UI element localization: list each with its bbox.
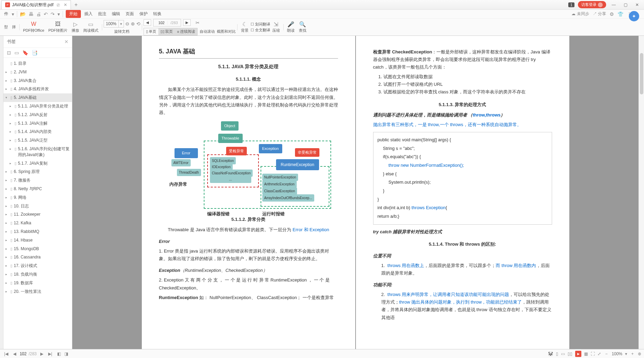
- menu-file[interactable]: 件: [2, 10, 10, 18]
- restore-icon[interactable]: ⎚: [57, 2, 60, 8]
- new-tab-button[interactable]: +: [74, 2, 77, 8]
- menu-edit[interactable]: 编辑: [110, 10, 122, 18]
- tree-arrow-icon[interactable]: ▸: [6, 169, 9, 174]
- tree-arrow-icon[interactable]: ▾: [6, 95, 9, 100]
- bookmark-icon[interactable]: 📑: [32, 50, 38, 55]
- zoom-out-status[interactable]: −: [604, 351, 609, 356]
- tool-type[interactable]: 型: [2, 24, 10, 30]
- bookmark-item-13[interactable]: ▸▯7. 微服务: [3, 176, 72, 185]
- document-tab[interactable]: P JAVA核心知识整理.pdf ⎚ ✕: [1, 0, 71, 9]
- dropdown-icon[interactable]: ▾: [12, 11, 14, 17]
- bookmark-item-17[interactable]: ▸▯11. Zookeeper: [3, 210, 72, 219]
- tree-arrow-icon[interactable]: ▸: [6, 195, 9, 200]
- page-next-button[interactable]: ▶: [183, 19, 191, 26]
- print-icon[interactable]: 🖶: [29, 11, 33, 17]
- zoom-dd-status[interactable]: ▾: [625, 351, 627, 356]
- panda-icon[interactable]: 🐼: [548, 351, 553, 356]
- tool-bg[interactable]: ☾背景: [239, 21, 251, 33]
- tree-arrow-icon[interactable]: ▸: [10, 129, 13, 134]
- grid-icon[interactable]: ▦: [584, 351, 588, 356]
- menu-protect[interactable]: 保护: [137, 10, 150, 18]
- next-page-button[interactable]: ▶: [39, 351, 45, 356]
- menu-insert[interactable]: 插入: [82, 10, 95, 18]
- tree-arrow-icon[interactable]: ▸: [6, 177, 9, 183]
- bookmark-item-6[interactable]: ▸▯5.1.2. JAVA反射: [3, 111, 72, 119]
- menu-start[interactable]: 开始: [66, 10, 81, 18]
- close-window-button[interactable]: ✕: [633, 2, 641, 7]
- tree-arrow-icon[interactable]: ▸: [10, 161, 13, 166]
- page-input[interactable]: 102/283: [153, 19, 181, 27]
- expand-status-icon[interactable]: ⊕: [638, 351, 641, 356]
- menu-convert[interactable]: 转换: [151, 10, 163, 18]
- document-area[interactable]: 5. JAVA 基础 5.1.1. JAVA 异常分类及处理 5.1.1.1. …: [72, 36, 638, 349]
- share-button[interactable]: ↗ 分享: [593, 11, 606, 17]
- view1-icon[interactable]: ▯: [556, 351, 558, 356]
- zoom-select[interactable]: 100%▾: [104, 20, 124, 28]
- autoscroll-label[interactable]: 自动滚动: [200, 29, 215, 34]
- bookmark-item-3[interactable]: ▸▯4. JAVA多线程并发: [3, 85, 72, 93]
- status-page-current[interactable]: 102: [20, 351, 27, 356]
- bookmark-item-11[interactable]: ▸▯5.1.7. JAVA复制: [3, 159, 72, 168]
- tree-arrow-icon[interactable]: ▸: [6, 69, 9, 74]
- zoom-out-icon[interactable]: ⊖: [125, 21, 129, 27]
- page-prev-button[interactable]: ◀: [144, 19, 151, 26]
- tool-pdf2img[interactable]: 🖼PDF转图片: [46, 21, 70, 33]
- dock-right-icon[interactable]: ◨: [64, 351, 68, 356]
- bookmark-item-9[interactable]: ▸▯5.1.5. JAVA泛型: [3, 136, 72, 145]
- bookmark-item-5[interactable]: ▸▯5.1.1. JAVA异常分类及处理: [3, 102, 72, 111]
- redo-icon[interactable]: ↷: [51, 11, 55, 17]
- tree-arrow-icon[interactable]: ▸: [6, 86, 9, 91]
- bookmark-item-25[interactable]: ▸▯19. 数据库: [3, 279, 72, 287]
- tool-compress[interactable]: ⇲压缩: [270, 21, 282, 33]
- print2-icon[interactable]: 🖨: [36, 11, 41, 17]
- tool-play[interactable]: ▷播放: [70, 21, 81, 33]
- prev-page-button[interactable]: ◀: [12, 351, 18, 356]
- fullscreen-icon[interactable]: ⤢: [598, 351, 601, 356]
- right-scrollbar[interactable]: [638, 36, 644, 349]
- tool-pdf2office[interactable]: WPDF转Office: [21, 21, 46, 33]
- bookmark-item-24[interactable]: ▸▯18. 负载均衡: [3, 270, 72, 279]
- undo-icon[interactable]: ↶: [44, 11, 48, 17]
- menu-page[interactable]: 页面: [124, 10, 136, 18]
- view-continuous[interactable]: ≡ 连续阅读: [175, 28, 197, 35]
- first-page-button[interactable]: |◀: [3, 351, 10, 356]
- play-status-icon[interactable]: ▶: [575, 351, 581, 357]
- bookmark-item-23[interactable]: ▸▯17. 设计模式: [3, 262, 72, 270]
- bookmark-item-15[interactable]: ▸▯9. 网络: [3, 193, 72, 202]
- bookmark-item-16[interactable]: ▸▯10. 日志: [3, 202, 72, 211]
- tool-find[interactable]: 🔍查找: [297, 21, 308, 33]
- bookmark-item-14[interactable]: ▸▯8. Netty 与RPC: [3, 185, 72, 193]
- tab-close-icon[interactable]: ✕: [64, 2, 67, 7]
- collapse-all-icon[interactable]: ▭: [14, 50, 19, 55]
- bookmark-item-19[interactable]: ▸▯13. RabbitMQ: [3, 227, 72, 236]
- tree-arrow-icon[interactable]: ▸: [10, 103, 13, 109]
- bookmark-item-20[interactable]: ▸▯14. Hbase: [3, 236, 72, 245]
- maximize-button[interactable]: ▢: [621, 2, 630, 7]
- tree-arrow-icon[interactable]: [6, 61, 9, 61]
- bookmark-item-21[interactable]: ▸▯15. MongoDB: [3, 245, 72, 253]
- tree-arrow-icon[interactable]: ▸: [6, 220, 9, 225]
- settings-icon[interactable]: ⚙: [610, 11, 614, 17]
- tool-read[interactable]: 🎤朗读: [285, 21, 297, 33]
- tree-arrow-icon[interactable]: ▸: [6, 229, 9, 234]
- menu-annotate[interactable]: 批注: [96, 10, 108, 18]
- redo-dd-icon[interactable]: ▾: [57, 11, 60, 17]
- open-icon[interactable]: 📂: [20, 11, 26, 17]
- rotate-icon[interactable]: ⟲: [136, 21, 140, 27]
- bookmark-item-8[interactable]: ▸▯5.1.4. JAVA内部类: [3, 127, 72, 136]
- bookmark-item-0[interactable]: ▯1. 目录: [3, 59, 72, 68]
- bookmark-item-26[interactable]: ▸▯20. 一致性算法: [3, 287, 72, 296]
- tree-arrow-icon[interactable]: ▸: [6, 203, 9, 208]
- bookmark-item-7[interactable]: ▸▯5.1.3. JAVA注解: [3, 119, 72, 128]
- tree-arrow-icon[interactable]: ▸: [6, 78, 9, 83]
- tree-arrow-icon[interactable]: ▸: [6, 289, 9, 294]
- bookmark-item-10[interactable]: ▸▯5.1.6. JAVA序列化(创建可复用的Java对象): [3, 145, 72, 159]
- tree-arrow-icon[interactable]: ▸: [6, 237, 9, 243]
- tree-arrow-icon[interactable]: ▸: [10, 121, 13, 126]
- bookmark-item-12[interactable]: ▸▯6. Spring 原理: [3, 167, 72, 176]
- last-page-button[interactable]: ▶|: [47, 351, 54, 356]
- add-bookmark-icon[interactable]: 🔖: [22, 50, 28, 55]
- bookmark-item-22[interactable]: ▸▯16. Cassandra: [3, 253, 72, 262]
- expand-all-icon[interactable]: ⊡: [7, 50, 11, 55]
- tree-arrow-icon[interactable]: ▸: [6, 212, 9, 217]
